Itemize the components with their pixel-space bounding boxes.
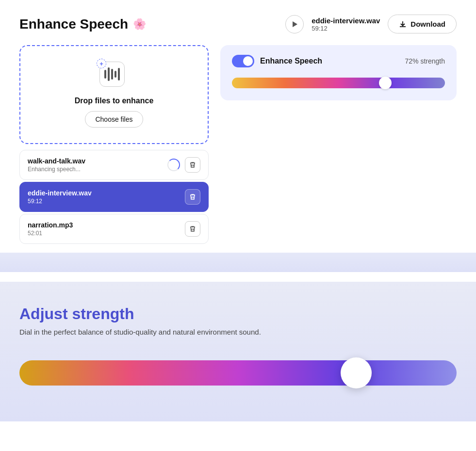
choose-files-button[interactable]: Choose files xyxy=(85,111,143,128)
file-status: 52:01 xyxy=(28,230,73,237)
delete-button[interactable] xyxy=(185,189,200,205)
page-title: Enhance Speech xyxy=(19,16,128,32)
main-content: + Drop files to enhance Choose files xyxy=(19,45,457,244)
file-name: walk-and-talk.wav xyxy=(28,157,85,165)
audio-info: eddie-interview.wav 59:12 xyxy=(312,16,380,32)
strength-slider-container xyxy=(232,75,445,91)
crown-icon: 🌸 xyxy=(133,18,146,31)
big-slider-thumb[interactable] xyxy=(341,357,372,388)
download-button[interactable]: Download xyxy=(388,15,457,33)
file-actions xyxy=(167,157,200,173)
delete-button[interactable] xyxy=(185,221,200,237)
file-item-info: walk-and-talk.wav Enhancing speech... xyxy=(28,157,85,173)
file-actions xyxy=(185,189,200,205)
enhance-label: Enhance Speech xyxy=(260,57,322,65)
adjust-title: Adjust strength xyxy=(19,305,457,323)
strength-slider-thumb[interactable] xyxy=(379,77,392,89)
right-panel: Enhance Speech 72% strength xyxy=(220,45,457,100)
spinner-icon xyxy=(167,159,180,171)
audio-filename: eddie-interview.wav xyxy=(312,16,380,25)
enhance-toggle[interactable] xyxy=(232,55,254,67)
title-area: Enhance Speech 🌸 xyxy=(19,16,146,32)
toggle-thumb xyxy=(243,56,253,66)
download-label: Download xyxy=(410,20,445,28)
bottom-section: Adjust strength Dial in the perfect bala… xyxy=(0,282,476,421)
svg-marker-0 xyxy=(293,21,297,27)
delete-button[interactable] xyxy=(185,157,200,173)
file-item[interactable]: narration.mp3 52:01 xyxy=(19,214,209,244)
plus-icon: + xyxy=(97,59,106,68)
gradient-track xyxy=(232,78,445,88)
file-list: walk-and-talk.wav Enhancing speech... xyxy=(19,150,209,244)
drop-zone[interactable]: + Drop files to enhance Choose files xyxy=(19,45,209,144)
file-item-active[interactable]: eddie-interview.wav 59:12 xyxy=(19,182,209,212)
file-name: eddie-interview.wav xyxy=(28,189,92,197)
file-status: 59:12 xyxy=(28,198,92,205)
toggle-track xyxy=(232,55,254,67)
enhance-card-header: Enhance Speech 72% strength xyxy=(232,55,445,67)
separator-band xyxy=(0,253,476,272)
play-button[interactable] xyxy=(285,15,304,33)
drop-icon: + xyxy=(99,62,129,91)
adjust-description: Dial in the perfect balance of studio-qu… xyxy=(19,328,457,336)
file-actions xyxy=(185,221,200,237)
audio-duration: 59:12 xyxy=(312,25,380,32)
file-name: narration.mp3 xyxy=(28,221,73,229)
audio-player-area: eddie-interview.wav 59:12 Download xyxy=(285,15,457,33)
file-item-info: narration.mp3 52:01 xyxy=(28,221,73,237)
file-status: Enhancing speech... xyxy=(28,166,85,173)
enhance-card: Enhance Speech 72% strength xyxy=(220,45,457,100)
left-panel: + Drop files to enhance Choose files xyxy=(19,45,209,244)
strength-label: 72% strength xyxy=(405,57,445,65)
enhance-toggle-area: Enhance Speech xyxy=(232,55,322,67)
drop-text: Drop files to enhance xyxy=(75,97,154,105)
big-gradient-track xyxy=(19,360,457,386)
file-item[interactable]: walk-and-talk.wav Enhancing speech... xyxy=(19,150,209,180)
big-slider-container xyxy=(19,354,457,392)
file-item-info: eddie-interview.wav 59:12 xyxy=(28,189,92,205)
